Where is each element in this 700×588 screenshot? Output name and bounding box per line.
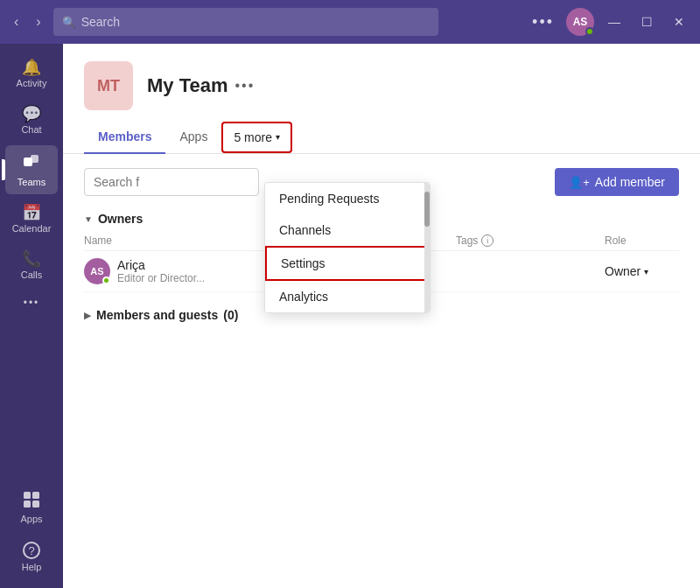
sidebar-label-calendar: Calendar (12, 223, 52, 234)
more-icon: ••• (24, 298, 40, 308)
add-member-icon: 👤+ (569, 176, 590, 189)
search-bar[interactable]: 🔍 (53, 8, 438, 36)
teams-icon (22, 152, 41, 174)
svg-rect-1 (31, 155, 38, 163)
team-info: My Team ••• (147, 74, 255, 97)
scroll-thumb (424, 192, 430, 227)
search-members-input[interactable] (84, 168, 259, 196)
team-avatar: MT (84, 61, 133, 110)
activity-icon: 🔔 (22, 60, 41, 75)
sidebar-item-teams[interactable]: Teams (5, 145, 58, 194)
dropdown-menu: Pending Requests Channels Settings Analy… (264, 182, 430, 313)
col-name: Name (84, 234, 233, 247)
role-dropdown[interactable]: Owner ▾ (605, 264, 679, 278)
tab-more[interactable]: 5 more ▾ (221, 122, 292, 153)
sidebar-item-help[interactable]: ? Help (5, 535, 58, 579)
team-name-row: My Team ••• (147, 74, 255, 97)
close-button[interactable]: ✕ (667, 11, 691, 32)
guests-arrow-icon: ▶ (84, 311, 91, 320)
member-status-dot (102, 276, 110, 284)
sidebar-item-chat[interactable]: 💬 Chat (5, 99, 58, 142)
svg-rect-3 (32, 492, 39, 499)
add-member-button[interactable]: 👤+ Add member (555, 168, 679, 196)
member-name-cell: AS Ariça Editor or Director... (84, 258, 233, 284)
tab-members[interactable]: Members (84, 121, 165, 154)
col-role: Role (605, 234, 679, 247)
help-icon: ? (23, 542, 40, 559)
guests-count: (0) (223, 308, 238, 322)
sidebar-label-chat: Chat (21, 124, 41, 135)
role-chevron-icon: ▾ (644, 267, 648, 276)
svg-rect-2 (24, 492, 31, 499)
content-area: MT My Team ••• Members Apps 5 more ▾ Pen… (63, 44, 700, 588)
avatar[interactable]: AS (566, 8, 594, 36)
sidebar-item-more[interactable]: ••• (5, 290, 58, 315)
calendar-icon: 📅 (22, 205, 41, 220)
add-member-label: Add member (595, 175, 665, 189)
dropdown-item-settings[interactable]: Settings (265, 246, 430, 281)
member-avatar: AS (84, 258, 110, 284)
sidebar-label-teams: Teams (18, 177, 46, 187)
status-dot (585, 27, 594, 36)
calls-icon: 📞 (22, 251, 41, 267)
sidebar-item-activity[interactable]: 🔔 Activity (5, 52, 58, 95)
search-input[interactable] (81, 15, 430, 29)
nav-back-button[interactable]: ‹ (9, 10, 24, 33)
nav-forward-button[interactable]: › (31, 10, 46, 33)
guests-section-label: Members and guests (96, 308, 218, 322)
tab-apps[interactable]: Apps (165, 121, 221, 154)
member-name-info: Ariça Editor or Director... (117, 258, 205, 284)
sidebar-label-calls: Calls (21, 270, 42, 280)
dropdown-item-pending[interactable]: Pending Requests (265, 183, 430, 214)
member-email: Editor or Director... (117, 272, 205, 284)
search-icon: 🔍 (62, 16, 76, 29)
svg-rect-4 (24, 500, 31, 508)
sidebar-label-activity: Activity (17, 78, 47, 88)
team-more-button[interactable]: ••• (235, 78, 256, 94)
member-name: Ariça (117, 258, 205, 272)
dropdown-item-channels[interactable]: Channels (265, 214, 430, 246)
col-tags: Tags i (456, 234, 605, 247)
owners-arrow-icon: ▼ (84, 214, 93, 224)
apps-icon (23, 491, 40, 511)
tab-more-label: 5 more (234, 130, 272, 144)
sidebar-label-help: Help (22, 562, 42, 572)
title-bar: ‹ › 🔍 ••• AS — ☐ ✕ (0, 0, 700, 44)
team-name-text: My Team (147, 74, 228, 97)
tags-info-icon[interactable]: i (481, 234, 494, 247)
team-avatar-initials: MT (97, 77, 120, 95)
titlebar-more-button[interactable]: ••• (527, 10, 559, 35)
title-bar-right: ••• AS — ☐ ✕ (527, 8, 691, 36)
maximize-button[interactable]: ☐ (634, 11, 660, 32)
tabs-bar: Members Apps 5 more ▾ (63, 121, 700, 154)
role-label: Owner (605, 264, 640, 278)
chat-icon: 💬 (22, 106, 41, 122)
sidebar-item-apps[interactable]: Apps (5, 484, 58, 531)
svg-rect-5 (32, 500, 39, 508)
sidebar-item-calls[interactable]: 📞 Calls (5, 244, 58, 287)
member-initials: AS (90, 266, 103, 276)
owners-section-label: Owners (98, 212, 143, 226)
main-layout: 🔔 Activity 💬 Chat Teams 📅 Calendar 📞 Cal… (0, 44, 700, 588)
minimize-button[interactable]: — (601, 11, 627, 32)
team-header: MT My Team ••• (63, 44, 700, 121)
sidebar-label-apps: Apps (20, 514, 42, 524)
sidebar-item-calendar[interactable]: 📅 Calendar (5, 198, 58, 241)
avatar-initials: AS (573, 16, 588, 28)
dropdown-item-analytics[interactable]: Analytics (265, 281, 430, 312)
scroll-indicator (424, 183, 430, 312)
sidebar: 🔔 Activity 💬 Chat Teams 📅 Calendar 📞 Cal… (0, 44, 63, 588)
chevron-down-icon: ▾ (276, 132, 280, 142)
